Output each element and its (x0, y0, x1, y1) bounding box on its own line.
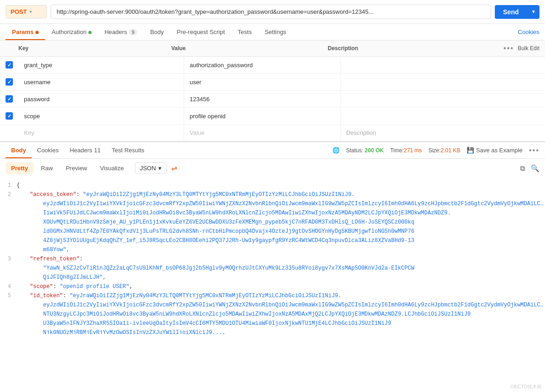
copy-icon[interactable]: ⧉ (520, 164, 525, 173)
code-line-1: 1 { (0, 181, 545, 190)
resp-headers-badge: 11 (94, 147, 100, 154)
empty-value-field[interactable]: Value (184, 125, 341, 141)
format-tabs-bar: Pretty Raw Preview Visualize JSON ▾ ⇌ ⧉ … (0, 159, 545, 178)
line-content: 4Z8jWjS3YOlUUguEjKdqQhZY_1ef_i5J8RSqcLEo… (17, 236, 545, 245)
row4-checkbox-cell (0, 108, 18, 124)
description-column-header: Description (328, 45, 504, 52)
empty-key-field[interactable]: Key (18, 125, 184, 141)
method-selector[interactable]: POST ▾ (6, 5, 47, 18)
code-line-5b: eyJzdWIiOiJ1c2VyIiwiYXVkIjoicGFzc3dvcmRf… (0, 301, 545, 310)
send-button[interactable]: Send ▾ (495, 5, 539, 19)
line-number: 3 (0, 255, 17, 264)
code-line-2g: m68Yow", (0, 246, 545, 255)
line-content: m68Yow", (17, 246, 545, 254)
row1-value[interactable]: authorization_password (184, 57, 341, 73)
row2-key[interactable]: username (18, 74, 184, 90)
resp-tab-headers[interactable]: Headers 11 (64, 142, 106, 158)
line-content: "access_token": "eyJraWQiOiI2Zjg1MjEzNy0… (17, 190, 545, 199)
row3-checkbox-cell (0, 91, 18, 107)
line-content: "refresh_token": (17, 255, 545, 264)
code-line-3b: "YawN_kSZJzCvTiR1nJQZz2aLqC7sU9lKhNf_bsO… (0, 264, 545, 273)
tab-authorization[interactable]: Authorization (45, 24, 98, 40)
row2-checkbox[interactable] (6, 78, 13, 86)
table-row: username user (0, 74, 545, 91)
cookies-link[interactable]: Cookies (518, 29, 539, 35)
row3-checkbox[interactable] (6, 95, 13, 103)
tab-params[interactable]: Params (6, 24, 45, 40)
row2-description[interactable] (341, 77, 545, 86)
row3-key[interactable]: password (18, 91, 184, 107)
watermark: ©AICTO技术局 (510, 384, 541, 390)
size-value: 2.01 KB (441, 147, 460, 154)
save-as-example-button[interactable]: 💾 Save as Example (467, 147, 522, 154)
time-label: Time:271 ms (390, 147, 422, 154)
fmt-pretty[interactable]: Pretty (6, 162, 34, 174)
code-line-2d: XOUvMQtLRDu1HbnV9zSmje_AU_y1PLEn1j1xKvku… (0, 218, 545, 227)
row1-checkbox-cell (0, 57, 18, 73)
url-input[interactable] (51, 5, 491, 19)
response-tabs: Body Cookies Headers 11 Test Results 🌐 S… (0, 142, 545, 159)
tab-headers[interactable]: Headers9 (98, 24, 144, 40)
fmt-raw[interactable]: Raw (35, 162, 58, 174)
code-line-5d: U3ByaW5nIFNJY3ZhaXR5SIOa1i-ivleeUqOaItyI… (0, 319, 545, 329)
more-options-icon[interactable]: ••• (504, 44, 514, 52)
row4-value[interactable]: profile openid (184, 108, 341, 124)
code-line-5: 5 "id_token": "eyJraWQiOiI2Zjg1MjEzNy04M… (0, 292, 545, 301)
auth-dot (88, 31, 92, 34)
row4-checkbox[interactable] (6, 112, 13, 120)
table-actions: ••• Bulk Edit (504, 44, 539, 52)
tab-tests[interactable]: Tests (232, 24, 258, 40)
line-content: { (17, 181, 545, 190)
empty-table-row: Key Value Description (0, 125, 545, 141)
empty-checkbox-cell (0, 128, 18, 138)
bulk-edit-button[interactable]: Bulk Edit (518, 45, 539, 52)
fmt-visualize[interactable]: Visualize (94, 162, 129, 174)
key-column-header: Key (6, 45, 171, 52)
filter-icon[interactable]: ⇌ (171, 164, 177, 173)
row2-value[interactable]: user (184, 74, 341, 90)
code-line-2c: IiwiVk5FUiJdLCJwcm9maWxlIjoiMi0iJodHRwOi… (0, 209, 545, 218)
globe-icon: 🌐 (332, 147, 340, 154)
line-content: QiJFIQh8g2IJmLLJH", (17, 273, 545, 282)
code-line-2b: eyJzdWIiOiJ1c2VyIiwiYXVkIjoicGFzc3dvcmRf… (0, 200, 545, 209)
response-more-icon[interactable]: ••• (529, 146, 539, 155)
send-chevron-icon[interactable]: ▾ (528, 9, 539, 15)
row1-key[interactable]: grant_type (18, 57, 184, 73)
row3-value[interactable]: 123456 (184, 91, 341, 107)
save-icon: 💾 (467, 147, 474, 154)
resp-tab-test-results[interactable]: Test Results (106, 142, 150, 158)
method-label: POST (11, 8, 27, 15)
response-meta: 🌐 Status: 200 OK Time:271 ms Size:2.01 K… (332, 146, 539, 155)
resp-tab-body[interactable]: Body (6, 142, 32, 158)
time-value: 271 ms (404, 147, 422, 154)
send-label: Send (495, 8, 527, 16)
row3-description[interactable] (341, 94, 545, 104)
tab-body[interactable]: Body (144, 24, 170, 40)
table-row: scope profile openid (0, 108, 545, 125)
status-value: 200 OK (365, 147, 383, 154)
line-content: "id_token": "eyJraWQiOiI2Zjg1MjEzNy04MzY… (17, 292, 545, 300)
row4-key[interactable]: scope (18, 108, 184, 124)
resp-tab-cookies[interactable]: Cookies (32, 142, 64, 158)
row4-description[interactable] (341, 111, 545, 121)
request-tabs: Params Authorization Headers9 Body Pre-r… (0, 24, 545, 40)
code-line-3: 3 "refresh_token": (0, 255, 545, 264)
status-label: Status: 200 OK (346, 147, 384, 154)
tab-prerequest[interactable]: Pre-request Script (170, 24, 232, 40)
line-number: 1 (0, 181, 17, 190)
row1-checkbox[interactable] (6, 61, 13, 69)
line-content: "scope": "openid profile USER", (17, 282, 545, 291)
fmt-preview[interactable]: Preview (60, 162, 93, 174)
method-chevron-icon: ▾ (29, 9, 32, 14)
empty-desc-field[interactable]: Description (341, 125, 545, 141)
params-dot (35, 31, 39, 34)
line-content: eyJzdWIiOiJ1c2VyIiwiYXVkIjoicGFzc3dvcmRf… (17, 301, 545, 310)
format-type-selector[interactable]: JSON ▾ (135, 162, 167, 174)
search-icon[interactable]: 🔍 (531, 164, 539, 173)
code-line-5e: Njk0NUQzMjRBMjEyRjYyMzQwQSIsInVzZXJuYW1l… (0, 329, 545, 334)
line-content: eyJzdWIiOiJ1c2VyIiwiYXVkIjoicGFzc3dvcmRf… (17, 200, 545, 208)
code-line-5c: NTU3NzgyLCJpc3MiOiJodHRwOi8vc3ByaW5nLW9h… (0, 310, 545, 319)
code-line-2e: ld0GMxJHNVdLtf4Zp7E0YAkQfxdVlj3LuPsTRLG2… (0, 227, 545, 236)
tab-settings[interactable]: Settings (258, 24, 293, 40)
row1-description[interactable] (341, 60, 545, 69)
